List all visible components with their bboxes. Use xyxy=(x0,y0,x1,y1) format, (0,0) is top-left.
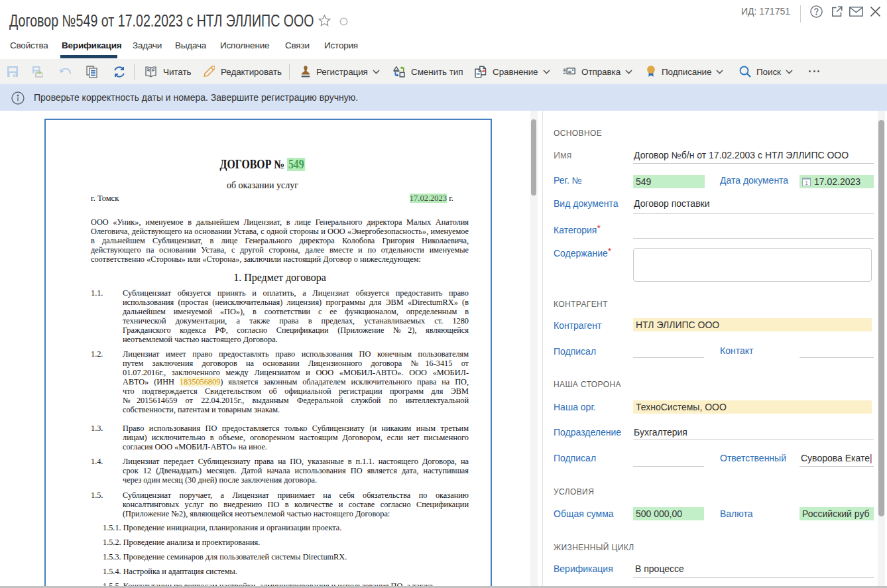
svg-text:1: 1 xyxy=(805,179,808,186)
